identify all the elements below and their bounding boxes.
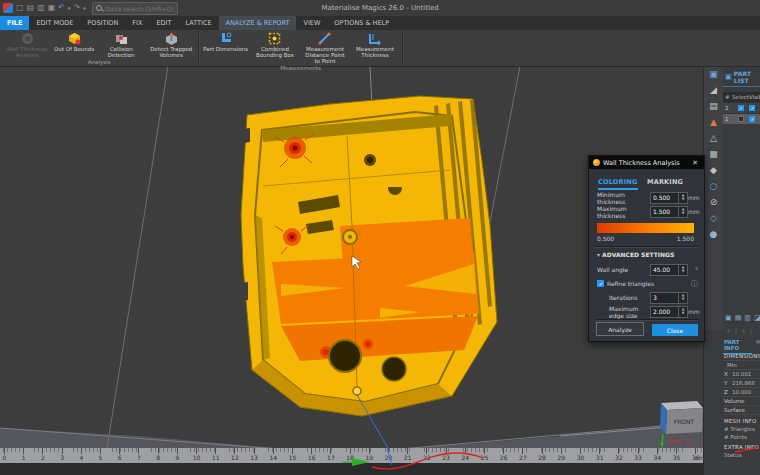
ribbon-group-label: Analysis [2, 58, 196, 67]
dialog-title-bar[interactable]: Wall Thickness Analysis ✕ [589, 156, 704, 169]
dialog-icon [593, 159, 600, 166]
quick-access-toolbar: ▢ ▤ ▥ ▣ ↶ ▾ ↷ ▾ [0, 3, 86, 13]
views-icon[interactable]: ◪ [754, 314, 760, 322]
spinner[interactable]: ▲▼ [678, 207, 687, 217]
tab-lattice[interactable]: LATTICE [178, 16, 218, 30]
undo-icon[interactable]: ↶ [58, 3, 65, 13]
machine-icon[interactable]: ▤ [709, 102, 718, 111]
max-edge-size-input[interactable]: ▲▼ [650, 306, 688, 318]
measurement-node[interactable] [353, 387, 361, 395]
ribbon-button-label: Detect Trapped Volumes [148, 46, 194, 58]
ribbon-button-measure-thickness[interactable]: Measurement Thickness [350, 30, 400, 64]
close-button[interactable]: Close [652, 324, 698, 336]
tab-file[interactable]: FILE [0, 16, 29, 30]
exclude-tool-icon[interactable]: ⊘ [710, 198, 718, 207]
ruler-number: 13 [250, 454, 259, 461]
part-list-panel: ▣ PART LIST #SelectVisible 21 ▣▤▥◪ +|+| … [723, 66, 760, 475]
cut-tool-icon[interactable]: ◆ [710, 166, 717, 175]
tab-fix[interactable]: FIX [125, 16, 149, 30]
ribbon-button-trapped-volumes[interactable]: Detect Trapped Volumes [146, 30, 196, 58]
part-info-panel: DIMENSIONS Min X10.001Y216.868Z10.000Vol… [723, 350, 760, 459]
collision-detection-icon [115, 31, 128, 45]
tab-view[interactable]: VIEW [296, 16, 327, 30]
save-icon[interactable]: ▣ [48, 3, 56, 13]
fix-wizard-icon[interactable]: ◢ [710, 86, 717, 95]
ribbon-button-bounding-box[interactable]: Combined Bounding Box [250, 30, 300, 64]
ribbon-button-collision-detection[interactable]: Collision Detection [96, 30, 146, 58]
analyze-button[interactable]: Analyze [596, 322, 644, 336]
tab-analyze-report[interactable]: ANALYZE & REPORT [219, 16, 297, 30]
ribbon-button-out-of-bounds[interactable]: Out Of Bounds [52, 30, 96, 58]
refine-triangles-checkbox[interactable] [597, 280, 604, 287]
tab-coloring[interactable]: COLORING [598, 178, 638, 190]
ruler-number: 29 [557, 454, 566, 461]
minimum-thickness-input[interactable]: ▲▼ [650, 192, 688, 204]
gradient-max-label: 1.500 [677, 235, 694, 242]
ruler-number: 34 [653, 454, 662, 461]
redo-dropdown-icon[interactable]: ▾ [83, 5, 86, 11]
globe-tool-icon[interactable]: ● [710, 230, 718, 239]
measure-tool-icon[interactable]: ◇ [710, 214, 717, 223]
spinner[interactable]: ▲▼ [678, 293, 687, 303]
quick-search-box[interactable] [92, 2, 178, 15]
paste-icon[interactable]: ▥ [744, 314, 751, 322]
tab-edit[interactable]: EDIT [149, 16, 178, 30]
cube-tool-icon[interactable]: ■ [709, 150, 718, 159]
close-icon[interactable]: ✕ [690, 159, 700, 167]
scene-icon[interactable]: ▣ [725, 314, 732, 322]
analyzed-part-model[interactable] [234, 96, 497, 448]
spinner[interactable]: ▲▼ [678, 307, 687, 317]
spinner[interactable]: ▲▼ [678, 193, 687, 203]
ribbon-button-label: Out Of Bounds [54, 46, 94, 52]
minimum-thickness-row: Minimum thickness ▲▼ mm [597, 192, 698, 203]
thickness-color-gradient [597, 223, 694, 233]
visible-checkbox[interactable] [749, 116, 755, 122]
search-icon [96, 5, 102, 11]
min-column-label: Min [723, 360, 760, 370]
tab-edit-mode[interactable]: EDIT MODE [29, 16, 80, 30]
undo-dropdown-icon[interactable]: ▾ [68, 5, 71, 11]
wall-angle-input[interactable]: ▲▼ [650, 264, 688, 276]
dialog-title: Wall Thickness Analysis [603, 159, 687, 167]
ribbon-button-label: Collision Detection [98, 46, 144, 58]
ribbon-button-distance-point[interactable]: Measurement Distance Point to Point [300, 30, 350, 64]
triangle-tool-icon[interactable]: △ [710, 134, 717, 143]
wall-thickness-icon [21, 31, 34, 45]
mesh-info-title: MESH INFO [724, 418, 760, 424]
ribbon-button-label: Part Dimensions [203, 46, 248, 52]
wall-angle-row: Wall angle ▲▼ ° [597, 264, 698, 275]
redo-icon[interactable]: ↷ [73, 3, 80, 13]
part-list-row[interactable]: 2 [723, 102, 760, 113]
part-list-row[interactable]: 1 [723, 113, 760, 124]
tab-marking[interactable]: MARKING [647, 178, 683, 186]
ruler-number: 33 [634, 454, 643, 461]
maximum-thickness-input[interactable]: ▲▼ [650, 206, 688, 218]
circle-tool-icon[interactable]: ○ [710, 182, 718, 191]
app-logo [3, 3, 13, 13]
new-scene-icon[interactable]: ▢ [16, 3, 24, 13]
spinner[interactable]: ▲▼ [678, 265, 687, 275]
iterations-input[interactable]: ▲▼ [650, 292, 688, 304]
select-checkbox[interactable] [738, 105, 744, 111]
column-header: # [723, 94, 732, 100]
ribbon-button-part-dimensions[interactable]: Part Dimensions [201, 30, 250, 64]
copy-icon[interactable]: ▤ [735, 314, 742, 322]
select-checkbox[interactable] [738, 116, 744, 122]
import-part-icon[interactable]: ▥ [37, 3, 45, 13]
part-list-title: PART LIST [734, 70, 759, 84]
open-file-icon[interactable]: ▤ [27, 3, 35, 13]
view-cube-label: FRONT [674, 418, 695, 425]
ruler-number: 21 [403, 454, 412, 461]
tool-b-icon: | [735, 327, 737, 334]
advanced-settings-header[interactable]: ▾ADVANCED SETTINGS [597, 251, 674, 258]
tab-options-help[interactable]: OPTIONS & HELP [327, 16, 396, 30]
ruler-number: 22 [422, 454, 431, 461]
warning-icon[interactable]: ▲ [710, 118, 717, 127]
refine-triangles-row: Refine triangles ⓘ [597, 278, 698, 289]
import-part-icon[interactable]: ▣ [709, 70, 718, 79]
search-input[interactable] [105, 5, 174, 12]
visible-checkbox[interactable] [749, 105, 755, 111]
tab-position[interactable]: POSITION [80, 16, 125, 30]
info-icon[interactable]: ⓘ [691, 279, 698, 289]
tool-c-icon: + [741, 327, 746, 334]
